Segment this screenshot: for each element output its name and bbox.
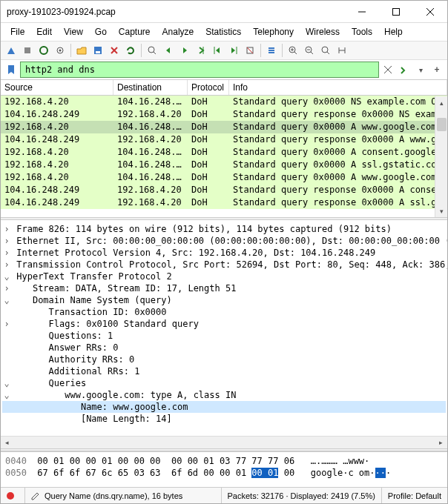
zoom-out-icon[interactable] <box>302 43 317 58</box>
details-line[interactable]: ⌄ www.google.com: type A, class IN <box>2 389 446 401</box>
expert-info-button[interactable] <box>1 488 25 503</box>
tree-toggle-icon[interactable] <box>2 401 11 413</box>
scroll-down-icon[interactable]: ▾ <box>435 205 447 217</box>
tree-toggle-icon[interactable] <box>2 330 11 342</box>
clear-filter-icon[interactable] <box>381 62 395 77</box>
tree-toggle-icon[interactable] <box>2 413 11 425</box>
svg-line-28 <box>311 52 313 54</box>
details-line[interactable]: › Transmission Control Protocol, Src Por… <box>2 259 446 271</box>
hex-pane[interactable]: 0040 00 01 00 00 01 00 00 00 00 00 01 03… <box>1 451 447 487</box>
filter-dropdown-icon[interactable]: ▾ <box>413 62 428 77</box>
details-line[interactable]: › Internet Protocol Version 4, Src: 192.… <box>2 247 446 259</box>
packet-row[interactable]: 192.168.4.20104.16.248.…DoHStandard quer… <box>1 159 447 171</box>
go-forward-icon[interactable] <box>177 43 192 58</box>
close-file-icon[interactable] <box>107 43 122 58</box>
packet-row[interactable]: 104.16.248.249192.168.4.20DoHStandard qu… <box>1 133 447 146</box>
details-line[interactable]: › Flags: 0x0100 Standard query <box>2 318 446 330</box>
tree-toggle-icon[interactable]: ⌄ <box>2 377 11 389</box>
packet-row[interactable]: 192.168.4.20104.16.248.…DoHStandard quer… <box>1 146 447 159</box>
status-profile[interactable]: Profile: Default <box>382 488 447 503</box>
scroll-left-icon[interactable]: ◂ <box>1 439 13 446</box>
menu-edit[interactable]: Edit <box>31 24 57 39</box>
col-header-info[interactable]: Info <box>229 80 447 95</box>
menu-tools[interactable]: Tools <box>346 24 378 39</box>
details-h-scrollbar[interactable]: ◂ ▸ <box>1 436 447 448</box>
packet-list-scrollbar[interactable]: ▴ ▾ <box>435 96 447 217</box>
details-line[interactable]: › Frame 826: 114 bytes on wire (912 bits… <box>2 223 446 235</box>
tree-toggle-icon[interactable]: › <box>2 247 11 259</box>
col-header-destination[interactable]: Destination <box>113 80 188 95</box>
bookmark-filter-icon[interactable] <box>4 62 19 77</box>
go-to-packet-icon[interactable] <box>194 43 208 58</box>
go-back-icon[interactable] <box>161 43 176 58</box>
go-first-icon[interactable] <box>210 43 225 58</box>
tree-toggle-icon[interactable]: › <box>2 282 11 294</box>
restart-capture-icon[interactable] <box>36 43 51 58</box>
scroll-thumb[interactable] <box>437 118 447 131</box>
details-line[interactable]: ⌄ Queries <box>2 377 446 389</box>
display-filter-input[interactable] <box>20 62 379 78</box>
tree-toggle-icon[interactable]: › <box>2 223 11 235</box>
menu-help[interactable]: Help <box>379 24 408 39</box>
tree-toggle-icon[interactable]: ⌄ <box>2 294 11 306</box>
menu-telephony[interactable]: Telephony <box>248 24 299 39</box>
tree-toggle-icon[interactable] <box>2 365 11 377</box>
menu-wireless[interactable]: Wireless <box>300 24 345 39</box>
details-line[interactable]: ⌄ HyperText Transfer Protocol 2 <box>2 271 446 282</box>
packet-row[interactable]: 104.16.248.249192.168.4.20DoHStandard qu… <box>1 108 447 121</box>
colorize-icon[interactable] <box>264 43 279 58</box>
resize-columns-icon[interactable] <box>335 43 349 58</box>
details-line[interactable]: Answer RRs: 0 <box>2 342 446 354</box>
menu-capture[interactable]: Capture <box>113 24 156 39</box>
open-file-icon[interactable] <box>74 43 89 58</box>
minimize-button[interactable] <box>345 1 379 22</box>
details-line[interactable]: Name: www.google.com <box>2 401 446 413</box>
tree-toggle-icon[interactable]: › <box>2 318 11 330</box>
details-line[interactable]: › Stream: DATA, Stream ID: 17, Length 51 <box>2 282 446 294</box>
menu-go[interactable]: Go <box>90 24 112 39</box>
menu-statistics[interactable]: Statistics <box>200 24 246 39</box>
tree-toggle-icon[interactable] <box>2 354 11 365</box>
maximize-button[interactable] <box>379 1 413 22</box>
details-line[interactable]: Transaction ID: 0x0000 <box>2 306 446 318</box>
find-icon[interactable] <box>145 43 159 58</box>
menu-file[interactable]: File <box>5 24 30 39</box>
close-button[interactable] <box>413 1 447 22</box>
packet-row[interactable]: 192.168.4.20104.16.248.…DoHStandard quer… <box>1 121 447 133</box>
details-line[interactable]: Questions: 1 <box>2 330 446 342</box>
auto-scroll-icon[interactable] <box>243 43 257 58</box>
capture-options-icon[interactable] <box>53 43 67 58</box>
scroll-up-icon[interactable]: ▴ <box>435 96 447 109</box>
details-line[interactable]: › Ethernet II, Src: 00:00:00_00:00:00 (0… <box>2 235 446 247</box>
stop-capture-icon[interactable] <box>20 43 35 58</box>
packet-list-body[interactable]: 192.168.4.20104.16.248.…DoHStandard quer… <box>1 96 447 209</box>
packet-row[interactable]: 192.168.4.20104.16.248.…DoHStandard quer… <box>1 96 447 108</box>
reload-icon[interactable] <box>123 43 138 58</box>
tree-toggle-icon[interactable] <box>2 306 11 318</box>
scroll-right-icon[interactable]: ▸ <box>435 439 447 446</box>
tree-toggle-icon[interactable]: › <box>2 259 11 271</box>
tree-toggle-icon[interactable] <box>2 342 11 354</box>
tree-toggle-icon[interactable]: ⌄ <box>2 389 11 401</box>
details-line[interactable]: ⌄ Domain Name System (query) <box>2 294 446 306</box>
apply-filter-icon[interactable] <box>397 62 412 77</box>
save-file-icon[interactable] <box>90 43 105 58</box>
details-line[interactable]: [Name Length: 14] <box>2 413 446 425</box>
tree-toggle-icon[interactable]: › <box>2 235 11 247</box>
zoom-in-icon[interactable] <box>286 43 300 58</box>
col-header-source[interactable]: Source <box>1 80 113 95</box>
tree-toggle-icon[interactable]: ⌄ <box>2 271 11 282</box>
add-filter-button[interactable]: + <box>429 62 444 77</box>
col-header-protocol[interactable]: Protocol <box>188 80 229 95</box>
packet-row[interactable]: 192.168.4.20104.16.248.…DoHStandard quer… <box>1 171 447 184</box>
zoom-reset-icon[interactable] <box>318 43 333 58</box>
packet-row[interactable]: 104.16.248.249192.168.4.20DoHStandard qu… <box>1 184 447 196</box>
menu-analyze[interactable]: Analyze <box>157 24 200 39</box>
details-line[interactable]: Authority RRs: 0 <box>2 354 446 365</box>
go-last-icon[interactable] <box>226 43 241 58</box>
shark-fin-icon[interactable] <box>4 43 19 58</box>
packet-row[interactable]: 104.16.248.249192.168.4.20DoHStandard qu… <box>1 196 447 209</box>
menu-view[interactable]: View <box>59 24 88 39</box>
packet-details-pane[interactable]: › Frame 826: 114 bytes on wire (912 bits… <box>1 220 447 436</box>
details-line[interactable]: Additional RRs: 1 <box>2 365 446 377</box>
